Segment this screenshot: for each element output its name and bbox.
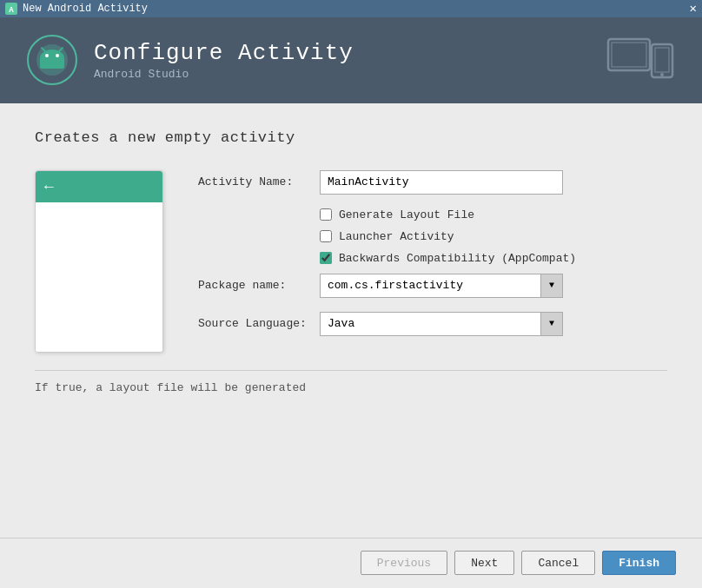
- android-studio-logo: [26, 34, 78, 86]
- launcher-activity-label: Launcher Activity: [339, 230, 454, 243]
- source-language-row: Source Language: Java Kotlin ▼: [198, 312, 667, 336]
- svg-rect-10: [608, 39, 650, 70]
- generate-layout-label: Generate Layout File: [339, 208, 474, 221]
- source-language-label: Source Language:: [198, 317, 320, 330]
- main-content: Creates a new empty activity ← Activity …: [0, 103, 702, 538]
- footer: Previous Next Cancel Finish: [0, 538, 702, 588]
- package-name-wrapper: com.cs.firstactivity ▼: [320, 274, 563, 298]
- activity-name-label: Activity Name:: [198, 175, 320, 188]
- phone-top-bar: ←: [36, 171, 162, 202]
- cancel-button[interactable]: Cancel: [521, 551, 595, 575]
- svg-point-14: [660, 73, 664, 76]
- back-arrow-icon: ←: [44, 178, 54, 195]
- header: Configure Activity Android Studio: [0, 17, 702, 103]
- launcher-activity-row: Launcher Activity: [320, 230, 667, 243]
- package-name-select[interactable]: com.cs.firstactivity: [320, 274, 563, 298]
- svg-point-6: [45, 54, 49, 57]
- backwards-compat-label: Backwards Compatibility (AppCompat): [339, 252, 576, 265]
- generate-layout-checkbox[interactable]: [320, 208, 332, 221]
- backwards-compat-checkbox[interactable]: [320, 252, 332, 264]
- finish-button[interactable]: Finish: [602, 551, 676, 575]
- svg-point-7: [56, 54, 59, 57]
- window-icon: A: [5, 3, 17, 15]
- activity-name-input[interactable]: [320, 170, 563, 195]
- title-bar: A New Android Activity ✕: [0, 0, 702, 17]
- source-language-wrapper: Java Kotlin ▼: [320, 312, 563, 336]
- activity-name-row: Activity Name:: [198, 170, 667, 195]
- source-language-select[interactable]: Java Kotlin: [320, 312, 563, 336]
- svg-rect-5: [40, 58, 64, 69]
- page-subtitle: Android Studio: [94, 68, 354, 81]
- hint-text: If true, a layout file will be generated: [35, 381, 667, 394]
- close-button[interactable]: ✕: [690, 1, 697, 16]
- svg-rect-13: [655, 48, 669, 72]
- svg-text:A: A: [9, 6, 14, 15]
- generate-layout-row: Generate Layout File: [320, 208, 667, 221]
- device-icons: [606, 32, 676, 89]
- window-title: New Android Activity: [23, 3, 148, 15]
- next-button[interactable]: Next: [454, 551, 514, 575]
- divider: [35, 370, 667, 371]
- package-name-row: Package name: com.cs.firstactivity ▼: [198, 274, 667, 298]
- page-title: Configure Activity: [94, 40, 354, 66]
- svg-rect-11: [612, 43, 646, 67]
- launcher-activity-checkbox[interactable]: [320, 230, 332, 242]
- previous-button[interactable]: Previous: [361, 551, 447, 575]
- backwards-compat-row: Backwards Compatibility (AppCompat): [320, 252, 667, 265]
- form-fields: Activity Name: Generate Layout File Laun…: [198, 170, 667, 353]
- phone-body: [36, 202, 162, 353]
- checkbox-group: Generate Layout File Launcher Activity B…: [320, 208, 667, 265]
- package-name-label: Package name:: [198, 279, 320, 292]
- description-text: Creates a new empty activity: [35, 129, 667, 146]
- phone-preview: ←: [35, 170, 163, 353]
